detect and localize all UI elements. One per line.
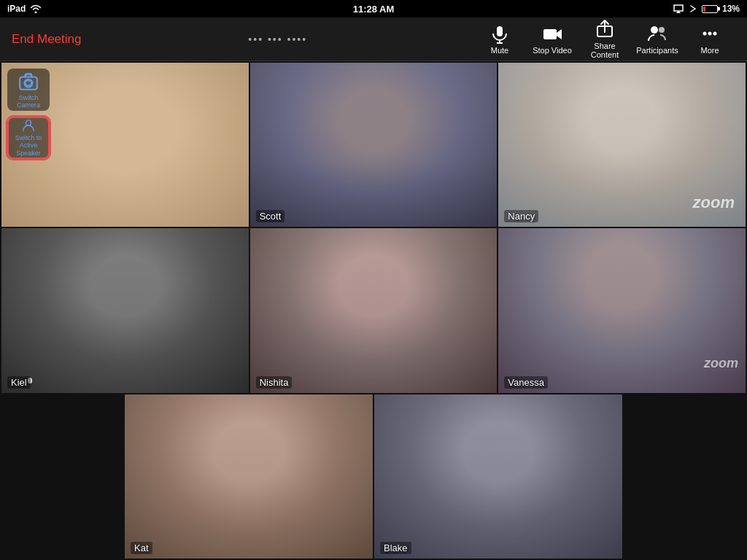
toolbar-actions: Mute Stop Video Share Content	[474, 19, 735, 60]
vanessa-video-cell: zoom Vanessa	[498, 228, 746, 392]
mute-icon	[489, 23, 510, 44]
share-content-label: Share Content	[579, 42, 630, 59]
blake-name: Blake	[380, 542, 411, 554]
nishita-video-cell: Nishita	[250, 228, 498, 392]
status-bar: iPad 11:28 AM 13%	[0, 0, 747, 18]
status-left: iPad	[7, 4, 42, 14]
battery-percent: 13%	[722, 4, 740, 14]
svg-point-12	[26, 120, 31, 125]
zoom-logo-vanessa: zoom	[704, 356, 738, 371]
nishita-name: Nishita	[256, 376, 293, 389]
more-label: More	[700, 46, 719, 55]
scott-video-cell: Scott	[250, 63, 498, 227]
battery-indicator	[702, 5, 718, 13]
switch-camera-icon	[18, 71, 39, 92]
svg-point-6	[659, 27, 665, 33]
more-button[interactable]: More	[684, 19, 735, 60]
svg-point-8	[708, 32, 712, 36]
svg-point-7	[703, 32, 707, 36]
wifi-icon	[30, 4, 42, 13]
nancy-video-cell: zoom Nancy	[498, 63, 746, 227]
time-display: 11:28 AM	[353, 4, 395, 15]
vanessa-name: Vanessa	[504, 376, 548, 389]
switch-speaker-button[interactable]: Switch to Active Speaker	[7, 117, 50, 159]
airplay-icon	[673, 4, 684, 14]
participants-button[interactable]: Participants	[632, 19, 683, 60]
bottom-row: Kat Blake	[1, 394, 746, 559]
switch-camera-button[interactable]: Switch Camera	[7, 69, 50, 111]
participants-label: Participants	[636, 46, 678, 55]
kat-video-cell: Kat	[125, 394, 373, 559]
toolbar: End Meeting ••• ••• •••• Mute Stop Video	[0, 18, 747, 61]
meeting-id: ••• ••• ••••	[248, 34, 307, 45]
kat-name: Kat	[131, 542, 152, 554]
stop-video-button[interactable]: Stop Video	[527, 19, 578, 60]
bluetooth-icon	[689, 4, 697, 14]
mute-button[interactable]: Mute	[474, 19, 525, 60]
svg-point-9	[713, 32, 717, 36]
scott-name: Scott	[256, 210, 285, 222]
status-right: 13%	[673, 4, 740, 14]
nancy-name: Nancy	[504, 210, 538, 222]
device-label: iPad	[7, 4, 26, 14]
more-icon	[700, 23, 720, 44]
share-content-button[interactable]: Share Content	[579, 19, 630, 60]
video-icon	[542, 23, 562, 44]
svg-rect-3	[543, 29, 557, 39]
self-video-cell: Switch Camera Switch to Active Speaker	[1, 63, 249, 227]
kiel-video-cell: Kiel	[1, 228, 249, 392]
stop-video-label: Stop Video	[533, 46, 572, 55]
svg-rect-0	[497, 26, 503, 36]
kiel-name: Kiel	[7, 376, 31, 389]
participants-icon	[647, 23, 667, 44]
svg-point-5	[651, 26, 658, 34]
switch-speaker-label: Switch to Active Speaker	[9, 134, 48, 158]
self-view-controls: Switch Camera Switch to Active Speaker	[7, 69, 50, 159]
speaker-person-icon	[18, 118, 39, 132]
blake-video-cell: Blake	[374, 394, 622, 559]
switch-camera-label: Switch Camera	[7, 94, 50, 109]
share-icon	[595, 19, 615, 39]
end-meeting-button[interactable]: End Meeting	[12, 32, 81, 47]
zoom-logo: zoom	[693, 193, 735, 212]
mute-label: Mute	[491, 46, 508, 55]
video-grid: Switch Camera Switch to Active Speaker S…	[0, 61, 747, 560]
